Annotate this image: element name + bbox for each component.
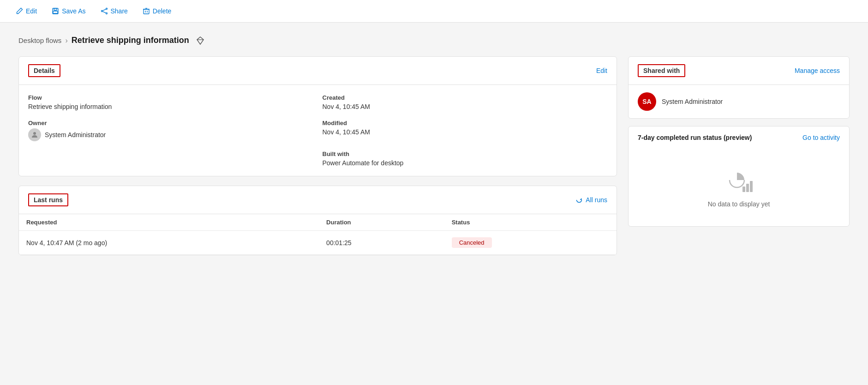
details-title: Details <box>28 64 60 77</box>
modified-detail: Modified Nov 4, 10:45 AM <box>323 120 608 141</box>
col-requested: Requested <box>19 214 319 231</box>
col-duration: Duration <box>319 214 444 231</box>
all-runs-label: All runs <box>586 196 607 204</box>
shared-with-header: Shared with Manage access <box>629 57 849 85</box>
svg-rect-17 <box>746 184 749 192</box>
status-badge: Canceled <box>452 237 492 248</box>
save-as-button[interactable]: Save As <box>45 5 92 18</box>
delete-icon <box>143 7 150 15</box>
svg-point-5 <box>101 11 102 12</box>
run-requested: Nov 4, 10:47 AM (2 mo ago) <box>19 231 319 255</box>
user-initials: SA <box>642 98 651 105</box>
svg-rect-2 <box>53 11 58 13</box>
flow-label: Flow <box>28 94 313 101</box>
toolbar: Edit Save As Share Delete <box>0 0 868 23</box>
created-label: Created <box>323 94 608 101</box>
activity-card: 7-day completed run status (preview) Go … <box>628 126 850 227</box>
details-card: Details Edit Flow Retrieve shipping info… <box>18 56 617 176</box>
breadcrumb: Desktop flows › Retrieve shipping inform… <box>18 36 850 45</box>
col-status: Status <box>444 214 617 231</box>
owner-row: System Administrator <box>28 128 313 141</box>
activity-title: 7-day completed run status (preview) <box>638 134 752 141</box>
runs-table: Requested Duration Status Nov 4, 10:47 A… <box>19 214 617 255</box>
left-panel: Details Edit Flow Retrieve shipping info… <box>18 56 617 255</box>
breadcrumb-parent-link[interactable]: Desktop flows <box>18 36 61 44</box>
edit-icon <box>16 7 23 15</box>
built-with-value: Power Automate for desktop <box>323 159 404 167</box>
refresh-icon <box>575 196 583 204</box>
svg-line-6 <box>102 9 106 11</box>
user-name: System Administrator <box>662 98 723 105</box>
last-runs-title: Last runs <box>28 193 68 206</box>
last-runs-card-header: Last runs All runs <box>19 186 617 214</box>
delete-button[interactable]: Delete <box>136 5 178 18</box>
flow-value: Retrieve shipping information <box>28 103 112 110</box>
svg-point-14 <box>33 132 36 135</box>
activity-body: No data to display yet <box>629 149 849 226</box>
details-grid: Flow Retrieve shipping information Creat… <box>28 94 607 167</box>
last-runs-card-body: Requested Duration Status Nov 4, 10:47 A… <box>19 214 617 255</box>
svg-point-3 <box>106 8 107 10</box>
breadcrumb-current: Retrieve shipping information <box>72 36 189 45</box>
no-data-icon <box>725 167 753 195</box>
page-content: Desktop flows › Retrieve shipping inform… <box>0 23 868 268</box>
share-label: Share <box>111 7 128 15</box>
person-icon <box>30 131 39 139</box>
owner-avatar <box>28 128 41 141</box>
breadcrumb-separator: › <box>65 36 67 45</box>
owner-detail: Owner System Administrator <box>28 120 313 141</box>
delete-label: Delete <box>153 7 171 15</box>
owner-value: System Administrator <box>45 131 106 138</box>
created-detail: Created Nov 4, 10:45 AM <box>323 94 608 110</box>
go-to-activity-link[interactable]: Go to activity <box>802 134 840 141</box>
save-as-label: Save As <box>62 7 85 15</box>
last-runs-card: Last runs All runs Requested <box>18 186 617 255</box>
details-card-body: Flow Retrieve shipping information Creat… <box>19 85 617 176</box>
main-layout: Details Edit Flow Retrieve shipping info… <box>18 56 850 255</box>
shared-with-body: SA System Administrator <box>629 85 849 118</box>
save-as-icon <box>52 7 59 15</box>
shared-with-card: Shared with Manage access SA System Admi… <box>628 56 850 119</box>
edit-button[interactable]: Edit <box>9 5 43 18</box>
run-duration: 00:01:25 <box>319 231 444 255</box>
activity-header: 7-day completed run status (preview) Go … <box>629 126 849 149</box>
modified-label: Modified <box>323 120 608 126</box>
run-status: Canceled <box>444 231 617 255</box>
built-with-label: Built with <box>323 150 608 157</box>
svg-line-7 <box>102 12 106 13</box>
shared-with-title: Shared with <box>638 64 685 77</box>
share-button[interactable]: Share <box>94 5 134 18</box>
created-value: Nov 4, 10:45 AM <box>323 103 371 110</box>
svg-point-4 <box>106 13 107 14</box>
built-with-detail: Built with Power Automate for desktop <box>323 150 608 167</box>
svg-rect-18 <box>750 181 753 192</box>
modified-value: Nov 4, 10:45 AM <box>323 128 371 136</box>
details-edit-button[interactable]: Edit <box>596 67 607 74</box>
svg-rect-8 <box>144 9 149 14</box>
svg-rect-1 <box>54 8 57 10</box>
all-runs-button[interactable]: All runs <box>575 196 607 204</box>
svg-rect-16 <box>742 186 745 192</box>
premium-icon <box>196 36 205 45</box>
owner-label: Owner <box>28 120 313 126</box>
right-panel: Shared with Manage access SA System Admi… <box>628 56 850 227</box>
user-avatar: SA <box>638 92 656 111</box>
share-icon <box>101 7 108 15</box>
details-card-header: Details Edit <box>19 57 617 85</box>
manage-access-link[interactable]: Manage access <box>795 67 840 74</box>
no-data-text: No data to display yet <box>708 200 770 208</box>
flow-detail: Flow Retrieve shipping information <box>28 94 313 110</box>
table-row: Nov 4, 10:47 AM (2 mo ago) 00:01:25 Canc… <box>19 231 617 255</box>
edit-label: Edit <box>26 7 37 15</box>
